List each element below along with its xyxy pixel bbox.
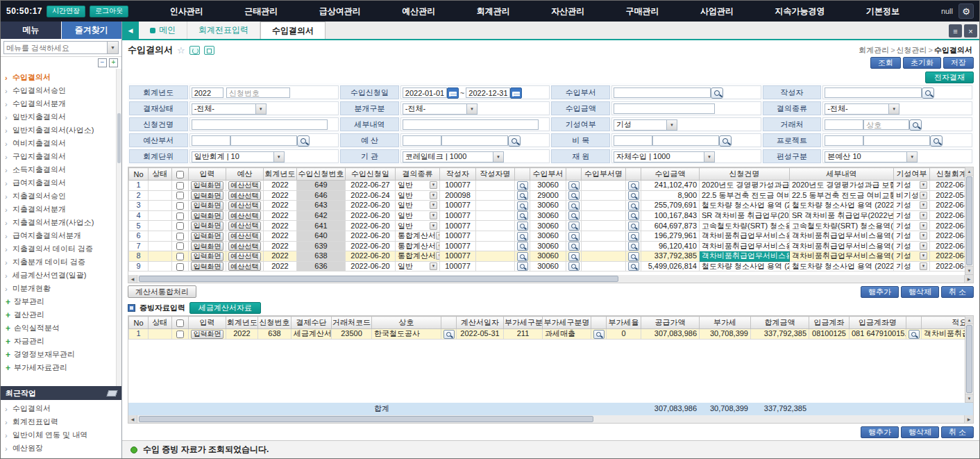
logout-button[interactable]: 로그아웃	[90, 6, 128, 17]
column-header[interactable]	[172, 168, 189, 181]
fixed-select[interactable]: 기성▼	[896, 242, 927, 251]
recent-item[interactable]: ›수입결의서	[5, 402, 121, 415]
scrollbar-thumb[interactable]	[139, 276, 618, 282]
search-icon[interactable]	[628, 191, 639, 200]
search-icon[interactable]	[508, 135, 521, 147]
kind-select[interactable]: 통합계산서▼	[398, 251, 437, 260]
budget-select-button[interactable]: 예산선택	[228, 242, 261, 251]
column-header[interactable]	[515, 168, 530, 181]
journal-type-select[interactable]: -전체-▼	[403, 103, 478, 115]
column-header[interactable]: 입력	[189, 168, 226, 181]
gnb-menu-item[interactable]: 예산관리	[402, 6, 435, 17]
approval-status-select[interactable]: -전체-▼	[192, 103, 267, 115]
fund-select[interactable]: 자체수입 | 1000▼	[614, 151, 715, 162]
sidebar-group[interactable]: +경영정보재무관리	[5, 348, 115, 361]
input-screen-button[interactable]: 입력화면	[191, 191, 223, 200]
search-icon[interactable]	[568, 242, 580, 251]
table-row[interactable]: 4입력화면예산선택20226422022-06-20일반▼10007730060…	[129, 210, 966, 221]
budget-select-button[interactable]: 예산선택	[228, 201, 261, 210]
column-header[interactable]: 수입금액	[641, 168, 700, 181]
budget-select-button[interactable]: 예산선택	[228, 252, 261, 261]
column-header[interactable]	[566, 168, 582, 181]
sidebar-item[interactable]: ›수입결의서	[5, 71, 115, 84]
gnb-menu-item[interactable]: 급상여관리	[319, 6, 361, 17]
electronic-approval-button[interactable]: 전자결재	[925, 72, 974, 83]
scrollbar-thumb[interactable]	[139, 416, 593, 422]
clear-recent-icon[interactable]	[107, 390, 118, 397]
select-all-checkbox[interactable]	[176, 171, 184, 178]
acct-unit-select[interactable]: 일반회계 | 10▼	[192, 151, 285, 162]
chevron-down-icon[interactable]: ▼	[107, 42, 118, 53]
sidebar-item[interactable]: ›수입결의서분개	[5, 97, 115, 110]
table-row[interactable]: 1입력화면2022638세금계산서/...23500한국철도공사2022-05-…	[129, 329, 966, 340]
vertical-scrollbar[interactable]: ▲ ▼	[965, 167, 974, 275]
column-header[interactable]: 입금계좌	[809, 317, 850, 329]
row-checkbox[interactable]	[176, 331, 184, 338]
decision-type-select[interactable]: -전체-▼	[825, 103, 899, 115]
budget-name-input[interactable]	[441, 135, 508, 146]
scroll-up-icon[interactable]: ▲	[965, 167, 973, 176]
column-header[interactable]: 세부내역	[790, 168, 894, 181]
fixed-select[interactable]: 기성▼	[896, 181, 927, 190]
fixed-select[interactable]: 기성▼	[896, 201, 927, 210]
fixed-select[interactable]: 기성▼	[896, 231, 927, 240]
column-header[interactable]: No	[129, 317, 149, 329]
search-icon[interactable]	[922, 87, 934, 99]
column-header[interactable]	[626, 168, 641, 181]
column-header[interactable]: 신청건명	[700, 168, 790, 181]
search-icon[interactable]	[568, 201, 580, 210]
gnb-menu-item[interactable]: 인사관리	[170, 6, 203, 17]
request-no-input[interactable]	[226, 87, 290, 98]
gnb-menu-item[interactable]: 회계관리	[477, 6, 510, 17]
calendar-icon[interactable]	[510, 87, 522, 99]
column-header[interactable]: 상태	[149, 317, 172, 329]
expand-all-button[interactable]: +	[109, 58, 118, 67]
row-checkbox[interactable]	[176, 202, 184, 210]
search-icon[interactable]	[628, 181, 639, 190]
search-icon[interactable]	[909, 330, 920, 339]
detail-input[interactable]	[403, 119, 539, 130]
table-row[interactable]: 8입력화면예산선택20226382022-06-20통합계산서▼10007730…	[129, 251, 966, 262]
table-row[interactable]: 2입력화면예산선택20226462022-06-24일반▼20009829000…	[129, 190, 966, 201]
sidebar-item[interactable]: ›지출결의서분개(사업소)	[5, 216, 115, 229]
kind-select[interactable]: 일반▼	[398, 211, 437, 220]
column-header[interactable]: 신청회계일	[930, 168, 966, 181]
search-icon[interactable]	[517, 262, 528, 271]
column-header[interactable]: 수입부서	[530, 168, 566, 181]
search-icon[interactable]	[568, 191, 580, 200]
column-header[interactable]: 기성여부	[894, 168, 930, 181]
scroll-down-icon[interactable]: ▼	[965, 394, 973, 402]
budget-dept-name-input[interactable]	[230, 135, 297, 146]
column-header[interactable]: 입금계좌명	[850, 317, 906, 329]
table-row[interactable]: 9입력화면예산선택20226362022-06-20일반▼10007730060…	[129, 261, 966, 272]
column-header[interactable]	[906, 317, 922, 329]
row-checkbox[interactable]	[176, 212, 184, 220]
column-header[interactable]: 예산	[226, 168, 264, 181]
sidebar-group[interactable]: +장부관리	[5, 295, 115, 308]
input-screen-button[interactable]: 입력화면	[191, 262, 223, 271]
fiscal-year-input[interactable]	[192, 87, 223, 98]
column-header[interactable]: 작성자명	[476, 168, 515, 181]
budget-select-button[interactable]: 예산선택	[228, 211, 261, 220]
prev-tab-button[interactable]: ◀	[122, 22, 139, 39]
column-header[interactable]: 결제수단	[292, 317, 332, 329]
search-icon[interactable]	[628, 211, 639, 220]
tab-close-button[interactable]: ×	[964, 24, 977, 37]
menu-search-combobox[interactable]: ▼	[3, 41, 119, 54]
row-checkbox[interactable]	[176, 222, 184, 230]
search-icon[interactable]	[517, 181, 528, 190]
horizontal-scrollbar[interactable]: ◀ ▶	[128, 415, 974, 424]
gnb-menu-item[interactable]: 기본정보	[866, 6, 899, 17]
reset-button[interactable]: 초기화	[903, 57, 941, 69]
sidebar-item[interactable]: ›미분개현황	[5, 282, 115, 295]
sidebar-item[interactable]: ›소득지출결의서	[5, 163, 115, 176]
search-icon[interactable]	[719, 135, 732, 147]
search-icon[interactable]	[628, 242, 639, 251]
column-header[interactable]: 회계년도	[264, 168, 297, 181]
sidebar-item[interactable]: ›일반지출결의서	[5, 110, 115, 124]
sidebar-item[interactable]: ›급여지출결의서분개	[5, 229, 115, 242]
refresh-icon[interactable]	[189, 46, 200, 55]
sidebar-item[interactable]: ›지출분개 데이터 검증	[5, 256, 115, 269]
gnb-menu-item[interactable]: 구매관리	[626, 6, 659, 17]
search-button[interactable]: 조회	[870, 57, 901, 69]
